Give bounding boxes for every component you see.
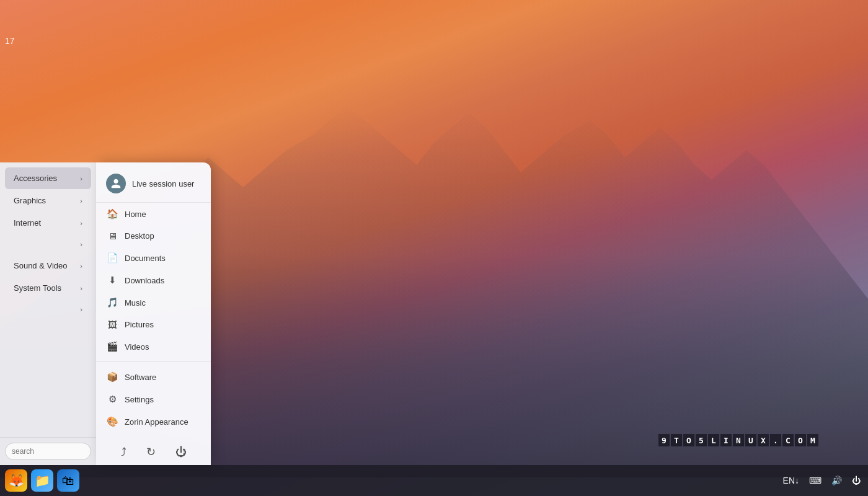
app-software-label: Software: [125, 373, 156, 382]
chevron-right-icon: ›: [80, 285, 82, 292]
watermark-char: C: [782, 434, 794, 446]
music-icon: 🎵: [106, 297, 118, 308]
restart-button[interactable]: ↻: [144, 443, 158, 461]
documents-icon: 📄: [106, 252, 118, 264]
place-videos-label: Videos: [125, 342, 149, 352]
app-zorin-appearance-label: Zorin Appearance: [125, 417, 188, 427]
chevron-right-icon: ›: [80, 306, 82, 313]
start-menu-right-panel: Live session user 🏠 Home 🖥 Desktop 📄 Doc…: [96, 162, 211, 465]
watermark-char: O: [795, 434, 806, 446]
power-button[interactable]: ⏻: [173, 443, 189, 461]
watermark-char: 9: [658, 434, 670, 446]
start-menu-left-panel: Accessories › Graphics › Internet › › So…: [0, 162, 96, 465]
category-graphics-label: Graphics: [14, 196, 46, 205]
place-home-label: Home: [125, 210, 146, 219]
watermark-char: T: [671, 434, 682, 446]
place-documents-label: Documents: [125, 254, 166, 263]
chevron-right-icon: ›: [80, 197, 82, 205]
watermark-char: L: [708, 434, 719, 446]
power-tray-icon[interactable]: ⏻: [849, 474, 863, 487]
place-downloads[interactable]: ⬇ Downloads: [96, 269, 211, 291]
search-bar-container: [0, 437, 96, 465]
desktop: 17 9 T O 5 L I N U X . C O M Accessories…: [0, 0, 868, 496]
watermark-char: O: [683, 434, 694, 446]
place-home[interactable]: 🏠 Home: [96, 203, 211, 225]
category-accessories[interactable]: Accessories ›: [5, 167, 91, 189]
home-icon: 🏠: [106, 208, 118, 219]
pictures-icon: 🖼: [106, 319, 118, 330]
software-icon: 📦: [106, 371, 118, 383]
avatar: [106, 174, 126, 193]
language-tray[interactable]: EN↓: [781, 474, 802, 487]
watermark-char: I: [720, 434, 732, 446]
desktop-clock: 17: [5, 36, 15, 46]
taskbar-firefox[interactable]: 🦊: [5, 469, 27, 492]
app-settings[interactable]: ⚙ Settings: [96, 388, 211, 410]
chevron-right-icon: ›: [80, 262, 82, 270]
category-internet-label: Internet: [14, 218, 41, 228]
place-music[interactable]: 🎵 Music: [96, 291, 211, 314]
keyboard-tray-icon[interactable]: ⌨: [807, 474, 824, 487]
watermark-char: U: [745, 434, 756, 446]
downloads-icon: ⬇: [106, 275, 118, 286]
place-videos[interactable]: 🎬 Videos: [96, 335, 211, 358]
place-pictures[interactable]: 🖼 Pictures: [96, 314, 211, 335]
user-header: Live session user: [96, 162, 211, 203]
category-accessories-label: Accessories: [14, 174, 57, 183]
videos-icon: 🎬: [106, 341, 118, 352]
category-sound-video-label: Sound & Video: [14, 261, 68, 270]
app-software[interactable]: 📦 Software: [96, 366, 211, 388]
menu-separator: [96, 361, 211, 362]
taskbar: 🦊 📁 🛍 EN↓ ⌨ 🔊 ⏻: [0, 465, 868, 496]
watermark-char: N: [733, 434, 744, 446]
category-list: Accessories › Graphics › Internet › › So…: [0, 162, 96, 437]
user-name: Live session user: [132, 179, 194, 188]
place-music-label: Music: [125, 298, 146, 308]
place-desktop[interactable]: 🖥 Desktop: [96, 225, 211, 247]
system-apps-list: 📦 Software ⚙ Settings 🎨 Zorin Appearance: [96, 366, 211, 433]
chevron-right-icon: ›: [80, 219, 82, 227]
category-system-tools-label: System Tools: [14, 283, 61, 293]
start-menu: Accessories › Graphics › Internet › › So…: [0, 162, 211, 465]
watermark-char: .: [770, 434, 781, 446]
place-pictures-label: Pictures: [125, 320, 154, 329]
category-graphics[interactable]: Graphics ›: [5, 190, 91, 211]
places-list: 🏠 Home 🖥 Desktop 📄 Documents ⬇ Downloads…: [96, 203, 211, 358]
watermark-char: X: [758, 434, 769, 446]
app-zorin-appearance[interactable]: 🎨 Zorin Appearance: [96, 410, 211, 433]
chevron-right-icon: ›: [80, 241, 82, 248]
category-empty2[interactable]: ›: [5, 299, 91, 319]
taskbar-files[interactable]: 📁: [31, 469, 53, 492]
desktop-icon: 🖥: [106, 231, 118, 241]
chevron-right-icon: ›: [80, 175, 82, 182]
watermark: 9 T O 5 L I N U X . C O M: [658, 434, 818, 446]
search-input[interactable]: [5, 443, 91, 460]
category-internet[interactable]: Internet ›: [5, 212, 91, 234]
watermark-char: M: [807, 434, 818, 446]
logout-button[interactable]: ⤴: [118, 443, 129, 461]
settings-icon: ⚙: [106, 394, 118, 405]
watermark-char: 5: [696, 434, 707, 446]
appearance-icon: 🎨: [106, 416, 118, 427]
category-system-tools[interactable]: System Tools ›: [5, 277, 91, 299]
category-empty1[interactable]: ›: [5, 234, 91, 254]
place-downloads-label: Downloads: [125, 276, 164, 285]
taskbar-apps: 🦊 📁 🛍: [5, 469, 79, 492]
taskbar-tray: EN↓ ⌨ 🔊 ⏻: [781, 474, 863, 487]
place-desktop-label: Desktop: [125, 231, 154, 241]
place-documents[interactable]: 📄 Documents: [96, 247, 211, 269]
category-sound-video[interactable]: Sound & Video ›: [5, 255, 91, 277]
taskbar-manager[interactable]: 🛍: [57, 469, 79, 492]
app-settings-label: Settings: [125, 395, 154, 404]
menu-actions: ⤴ ↻ ⏻: [96, 435, 211, 465]
volume-tray-icon[interactable]: 🔊: [829, 474, 844, 487]
